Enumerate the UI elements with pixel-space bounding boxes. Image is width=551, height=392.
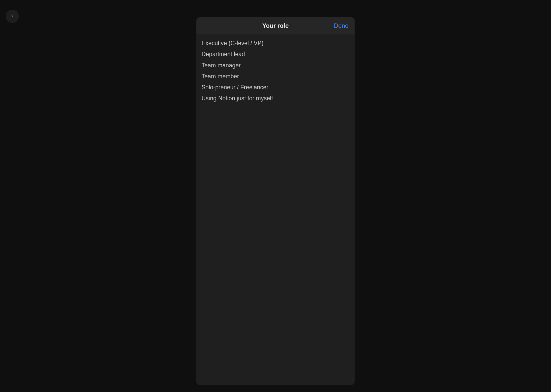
option-item-team-manager[interactable]: Team manager (196, 60, 355, 71)
modal-header: Your role Done (196, 17, 355, 34)
done-button[interactable]: Done (334, 22, 348, 29)
options-list: Executive (C-level / VP) Department lead… (196, 34, 355, 104)
option-item-solo-preneur[interactable]: Solo-preneur / Freelancer (196, 82, 355, 93)
option-item-executive[interactable]: Executive (C-level / VP) (196, 38, 355, 49)
option-item-department-lead[interactable]: Department lead (196, 49, 355, 60)
modal-title: Your role (262, 22, 289, 29)
option-item-personal-use[interactable]: Using Notion just for myself (196, 93, 355, 104)
option-item-team-member[interactable]: Team member (196, 71, 355, 82)
back-button[interactable] (6, 10, 19, 23)
chevron-left-icon (10, 14, 15, 19)
role-selection-modal: Your role Done Executive (C-level / VP) … (196, 17, 355, 385)
